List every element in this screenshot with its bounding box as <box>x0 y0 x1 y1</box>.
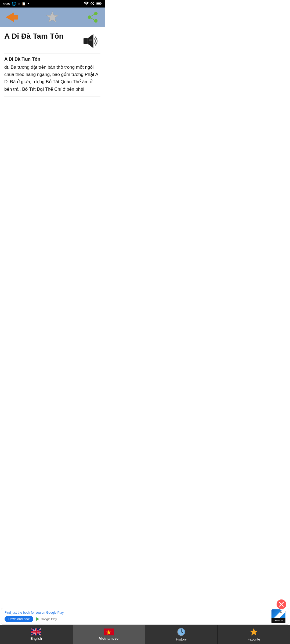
divider-bottom <box>4 97 100 97</box>
svg-rect-5 <box>97 2 100 4</box>
svg-rect-4 <box>101 3 102 4</box>
status-left: 9:35 🌐 ▷ 📋 • <box>3 2 29 6</box>
globe-icon: 🌐 <box>12 2 16 6</box>
speaker-icon[interactable] <box>82 32 100 50</box>
svg-point-0 <box>86 4 87 5</box>
battery-icon <box>96 2 102 6</box>
svg-line-13 <box>89 17 96 21</box>
entry-header: A Di Đà Tam Tôn <box>4 32 100 50</box>
toolbar <box>0 8 105 27</box>
svg-marker-6 <box>6 12 14 22</box>
entry-word: A Di Đà Tam Tôn <box>4 57 100 62</box>
wifi-icon <box>84 2 89 6</box>
svg-rect-14 <box>84 38 88 44</box>
time-display: 9:35 <box>3 2 10 6</box>
no-signal-icon <box>90 1 95 6</box>
main-content: A Di Đà Tam Tôn A Di Đà Tam Tôn dt. Ba t… <box>0 27 105 97</box>
svg-point-16 <box>89 39 92 41</box>
entry-definition: dt. Ba tượng đặt trên bàn thờ trong một … <box>4 64 100 93</box>
svg-line-12 <box>89 13 96 17</box>
status-bar: 9:35 🌐 ▷ 📋 • <box>0 0 105 8</box>
back-button[interactable] <box>5 11 19 23</box>
dot-icon: • <box>27 1 29 6</box>
svg-rect-7 <box>13 15 18 20</box>
play-icon: ▷ <box>18 2 20 6</box>
clipboard-icon: 📋 <box>22 2 26 6</box>
share-button[interactable] <box>85 10 100 24</box>
status-right <box>84 1 102 6</box>
svg-marker-8 <box>46 12 58 22</box>
favorite-button[interactable] <box>44 9 60 25</box>
divider-top <box>4 53 100 53</box>
entry-title: A Di Đà Tam Tôn <box>4 32 64 41</box>
